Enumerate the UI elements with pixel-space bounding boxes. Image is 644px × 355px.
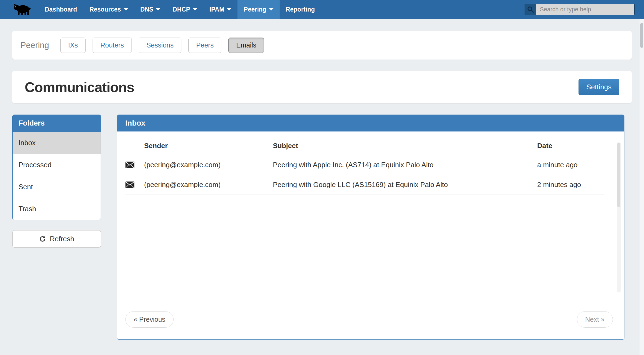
inbox-body: Sender Subject Date (peering@examp [117, 131, 624, 339]
nav-item-resources[interactable]: Resources [83, 0, 134, 19]
previous-page-button[interactable]: « Previous [125, 311, 174, 328]
nav-label: Resources [89, 6, 121, 13]
search-input[interactable] [536, 4, 635, 15]
tab-peers[interactable]: Peers [188, 38, 221, 53]
settings-button[interactable]: Settings [579, 79, 619, 95]
mail-table-header: Sender Subject Date [125, 138, 604, 155]
folders-column: Folders Inbox Processed Sent Trash Refre… [12, 115, 101, 248]
top-navbar: Dashboard Resources DNS DHCP IPAM Peerin… [0, 0, 644, 19]
nav-label: IPAM [210, 6, 225, 13]
page-scrollbar-track[interactable] [639, 19, 644, 355]
nav-item-reporting[interactable]: Reporting [280, 0, 321, 19]
inbox-scrollbar-thumb[interactable] [617, 143, 620, 207]
table-row[interactable]: (peering@example.com) Peering with Apple… [125, 155, 604, 175]
folders-panel-title: Folders [13, 115, 101, 132]
mail-sender: (peering@example.com) [144, 181, 273, 189]
tab-emails[interactable]: Emails [228, 38, 264, 53]
tab-routers[interactable]: Routers [93, 38, 132, 53]
mail-subject: Peering with Apple Inc. (AS714) at Equin… [273, 161, 537, 169]
mail-date: 2 minutes ago [537, 181, 604, 189]
column-header-sender: Sender [144, 142, 273, 150]
refresh-button[interactable]: Refresh [12, 230, 101, 248]
chevron-down-icon [124, 8, 128, 10]
inbox-panel: Inbox Sender Subject Date [117, 115, 624, 340]
spacer [125, 195, 616, 311]
communications-header-panel: Communications Settings [12, 71, 632, 103]
refresh-label: Refresh [50, 235, 74, 243]
mail-date: a minute ago [537, 161, 604, 169]
folder-item-inbox[interactable]: Inbox [13, 132, 101, 154]
main-content: Peering IXs Routers Sessions Peers Email… [0, 31, 644, 340]
nav-label: DHCP [173, 6, 190, 13]
chevron-down-icon [227, 8, 231, 10]
peering-subnav-panel: Peering IXs Routers Sessions Peers Email… [12, 31, 632, 60]
mail-sender: (peering@example.com) [144, 161, 273, 169]
nav-item-ipam[interactable]: IPAM [203, 0, 238, 19]
mail-table: Sender Subject Date (peering@examp [125, 138, 616, 195]
folder-item-trash[interactable]: Trash [13, 198, 101, 220]
tab-ixs[interactable]: IXs [60, 38, 86, 53]
chevron-down-icon [269, 8, 273, 10]
global-search [525, 4, 635, 15]
table-row[interactable]: (peering@example.com) Peering with Googl… [125, 175, 604, 195]
inbox-panel-title: Inbox [117, 115, 624, 131]
nav-label: Reporting [286, 6, 315, 13]
folders-panel: Folders Inbox Processed Sent Trash [12, 115, 101, 220]
next-page-button[interactable]: Next » [577, 311, 613, 328]
subnav-title: Peering [20, 41, 49, 50]
folder-item-processed[interactable]: Processed [13, 154, 101, 176]
nav-label: Peering [244, 6, 266, 13]
search-icon[interactable] [525, 4, 536, 15]
envelope-icon [125, 181, 144, 188]
refresh-icon [39, 235, 46, 243]
page-scrollbar-thumb[interactable] [640, 23, 643, 48]
folder-item-sent[interactable]: Sent [13, 176, 101, 198]
nav-label: Dashboard [45, 6, 77, 13]
content-row: Folders Inbox Processed Sent Trash Refre… [12, 115, 632, 340]
nav-item-peering[interactable]: Peering [237, 0, 279, 19]
chevron-down-icon [193, 8, 197, 10]
tab-sessions[interactable]: Sessions [139, 38, 181, 53]
chevron-down-icon [156, 8, 160, 10]
app-logo-icon [13, 3, 31, 16]
main-menu: Dashboard Resources DNS DHCP IPAM Peerin… [39, 0, 321, 19]
pagination: « Previous Next » [125, 311, 616, 328]
page-title: Communications [25, 79, 134, 95]
mail-subject: Peering with Google LLC (AS15169) at Equ… [273, 181, 537, 189]
column-header-subject: Subject [273, 142, 537, 150]
column-header-date: Date [537, 142, 604, 150]
inbox-scrollbar-track[interactable] [617, 142, 621, 292]
nav-item-dns[interactable]: DNS [134, 0, 167, 19]
nav-label: DNS [140, 6, 153, 13]
nav-item-dashboard[interactable]: Dashboard [39, 0, 83, 19]
envelope-icon [125, 162, 144, 168]
nav-item-dhcp[interactable]: DHCP [166, 0, 203, 19]
